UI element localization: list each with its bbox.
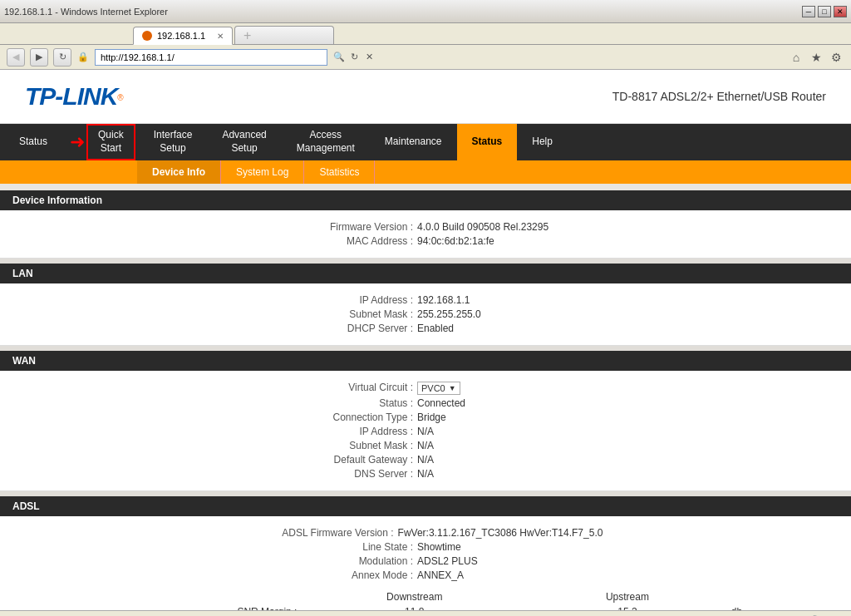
adsl-body: ADSL Firmware Version : FwVer:3.11.2.167… [0, 516, 851, 610]
tab-label: 192.168.1.1 [157, 31, 205, 41]
wan-status-label: Status : [268, 397, 417, 409]
lan-subnet-value: 255.255.255.0 [417, 308, 583, 320]
nav-status-left[interactable]: Status [0, 124, 66, 160]
wan-conntype-value: Bridge [417, 411, 583, 423]
quick-start-button[interactable]: QuickStart [86, 124, 135, 160]
lan-dhcp-row: DHCP Server : Enabled [17, 323, 834, 334]
nav-advanced-setup[interactable]: AdvancedSetup [207, 124, 281, 160]
device-info-body: Firmware Version : 4.0.0 Build 090508 Re… [0, 210, 851, 259]
new-tab-label: + [243, 28, 251, 43]
refresh-button[interactable]: ↻ [53, 48, 71, 67]
adsl-modulation-row: Modulation : ADSL2 PLUS [17, 555, 834, 567]
tp-logo: TP-LINK® [25, 82, 124, 111]
wan-subnet-row: Subnet Mask : N/A [17, 440, 834, 451]
lan-subnet-row: Subnet Mask : 255.255.255.0 [17, 308, 834, 320]
nav-bar: Status ➜ QuickStart InterfaceSetup Advan… [0, 124, 851, 160]
table-header-upstream: Upstream [528, 589, 727, 604]
wan-vc-label: Virtual Circuit : [268, 382, 417, 395]
adsl-stats-table: Downstream Upstream SNR Margin : 11.8 15… [17, 589, 834, 610]
pvc-value: PVC0 [421, 383, 445, 393]
adsl-linestate-row: Line State : Showtime [17, 541, 834, 553]
adsl-annex-label: Annex Mode : [268, 569, 417, 581]
minimize-button[interactable]: ─ [802, 6, 815, 17]
wan-dns-value: N/A [417, 468, 583, 480]
refresh-icon[interactable]: ↻ [347, 52, 361, 62]
tab-favicon [142, 31, 152, 41]
lan-dhcp-value: Enabled [417, 323, 583, 334]
toolbar-right: ⌂ ★ ⚙ [788, 51, 844, 64]
wan-vc-row: Virtual Circuit : PVC0 ▼ [17, 382, 834, 395]
wan-header: WAN [0, 351, 851, 371]
wan-dns-row: DNS Server : N/A [17, 468, 834, 480]
adsl-modulation-label: Modulation : [268, 555, 417, 567]
mac-value: 94:0c:6d:b2:1a:fe [417, 235, 583, 247]
address-bar: ◀ ▶ ↻ 🔒 🔍 ↻ ✕ ⌂ ★ ⚙ [0, 45, 851, 70]
pvc-dropdown[interactable]: PVC0 ▼ [417, 382, 460, 395]
wan-gateway-row: Default Gateway : N/A [17, 454, 834, 466]
maximize-button[interactable]: □ [818, 6, 831, 17]
nav-icons: 🔍 ↻ ✕ [332, 52, 376, 62]
home-icon[interactable]: ⌂ [788, 51, 804, 64]
browser-tab-active[interactable]: 192.168.1.1 ✕ [133, 27, 233, 45]
adsl-modulation-value: ADSL2 PLUS [417, 555, 583, 567]
wan-section: WAN Virtual Circuit : PVC0 ▼ Status : Co… [0, 351, 851, 491]
nav-maintenance[interactable]: Maintenance [370, 124, 457, 160]
device-title: TD-8817 ADSL2/2+ Ethernet/USB Router [612, 90, 826, 103]
device-info-header: Device Information [0, 190, 851, 210]
wan-body: Virtual Circuit : PVC0 ▼ Status : Connec… [0, 371, 851, 491]
quick-start-container: ➜ QuickStart [66, 124, 139, 160]
forward-button[interactable]: ▶ [30, 48, 48, 67]
adsl-firmware-row: ADSL Firmware Version : FwVer:3.11.2.167… [17, 527, 834, 539]
stop-icon[interactable]: ✕ [362, 52, 376, 62]
table-header-downstream: Downstream [301, 589, 528, 604]
sub-nav-system-log[interactable]: System Log [221, 160, 304, 184]
adsl-annex-row: Annex Mode : ANNEX_A [17, 569, 834, 581]
tab-close-button[interactable]: ✕ [217, 32, 224, 41]
tp-header: TP-LINK® TD-8817 ADSL2/2+ Ethernet/USB R… [0, 70, 851, 124]
snr-row: SNR Margin : 11.8 15.3 db [17, 604, 834, 610]
adsl-section: ADSL ADSL Firmware Version : FwVer:3.11.… [0, 496, 851, 610]
search-icon[interactable]: 🔍 [332, 52, 346, 62]
window-controls: ─ □ ✕ [802, 6, 847, 17]
nav-access-management[interactable]: AccessManagement [282, 124, 370, 160]
adsl-firmware-label: ADSL Firmware Version : [248, 527, 398, 539]
nav-interface-setup[interactable]: InterfaceSetup [139, 124, 208, 160]
tools-icon[interactable]: ⚙ [828, 51, 844, 64]
device-info-section: Device Information Firmware Version : 4.… [0, 190, 851, 259]
wan-status-value: Connected [417, 397, 583, 409]
wan-dns-label: DNS Server : [268, 468, 417, 480]
wan-subnet-value: N/A [417, 440, 583, 451]
adsl-firmware-value: FwVer:3.11.2.167_TC3086 HwVer:T14.F7_5.0 [398, 527, 603, 539]
wan-conntype-row: Connection Type : Bridge [17, 411, 834, 423]
snr-upstream: 15.3 [528, 604, 727, 610]
firmware-row: Firmware Version : 4.0.0 Build 090508 Re… [17, 221, 834, 233]
tab-bar: 192.168.1.1 ✕ + [0, 23, 851, 45]
nav-help[interactable]: Help [517, 124, 568, 160]
wan-gateway-value: N/A [417, 454, 583, 466]
back-button[interactable]: ◀ [7, 48, 25, 67]
lan-subnet-label: Subnet Mask : [268, 308, 417, 320]
top-spacer [0, 184, 851, 190]
firmware-label: Firmware Version : [268, 221, 417, 233]
mac-row: MAC Address : 94:0c:6d:b2:1a:fe [17, 235, 834, 247]
snr-label: SNR Margin : [17, 604, 301, 610]
lan-section: LAN IP Address : 192.168.1.1 Subnet Mask… [0, 264, 851, 346]
favorites-icon[interactable]: ★ [808, 51, 824, 64]
browser-tab-new[interactable]: + [234, 26, 334, 44]
wan-conntype-label: Connection Type : [268, 411, 417, 423]
wan-gateway-label: Default Gateway : [268, 454, 417, 466]
lan-ip-value: 192.168.1.1 [417, 294, 583, 306]
title-bar: 192.168.1.1 - Windows Internet Explorer … [0, 0, 851, 23]
browser-status-bar: Done Local intranet | Protected Mode: Of… [0, 610, 851, 616]
logo-trademark: ® [117, 93, 123, 102]
wan-status-row: Status : Connected [17, 397, 834, 409]
sub-nav-statistics[interactable]: Statistics [304, 160, 375, 184]
address-input[interactable] [95, 49, 327, 66]
snr-unit: db [727, 604, 834, 610]
sub-nav-device-info[interactable]: Device Info [137, 160, 221, 184]
logo-text: TP-LINK [25, 82, 117, 110]
nav-status-active[interactable]: Status [457, 124, 518, 160]
security-icon: 🔒 [76, 52, 90, 62]
dropdown-arrow-icon: ▼ [449, 384, 456, 392]
close-button[interactable]: ✕ [834, 6, 847, 17]
